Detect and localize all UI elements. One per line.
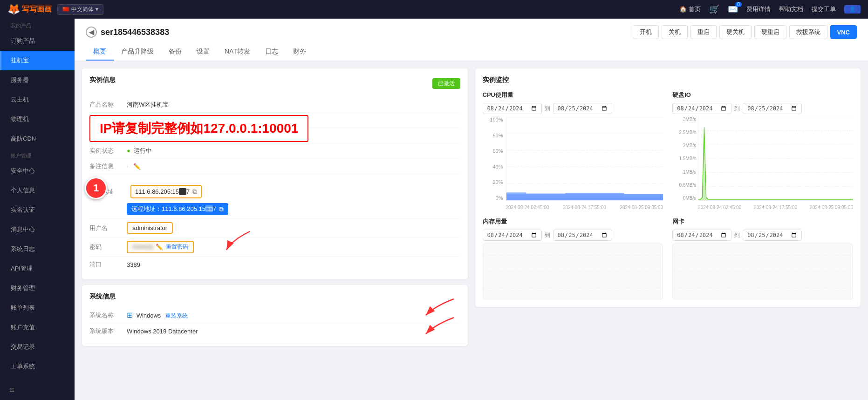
mail-wrap[interactable]: ✉️ 0 (728, 4, 738, 14)
sidebar-item-transactions[interactable]: 交易记录 (0, 337, 75, 357)
page-title-text: ser185446538383 (101, 27, 169, 37)
sidebar-item-hang-machine[interactable]: 挂机宝 (0, 51, 75, 70)
password-box: ••••••••3 ✏️ 重置密码 (127, 241, 194, 253)
ticket-link[interactable]: 提交工单 (812, 5, 836, 14)
reinstall-link[interactable]: 重装系统 (165, 312, 188, 319)
tab-settings[interactable]: 设置 (189, 44, 217, 61)
product-name-label: 产品名称 (89, 101, 127, 109)
product-name-row: 产品名称 河南W区挂机宝 (89, 97, 460, 113)
instance-info-card: 实例信息 已激活 IP请复制完整例如127.0.0.1:10001 产品名称 河… (82, 68, 468, 279)
sidebar-item-real-name[interactable]: 实名认证 (0, 200, 75, 220)
tab-backup[interactable]: 备份 (161, 44, 189, 61)
power-off-button[interactable]: 关机 (662, 25, 688, 39)
cart-wrap[interactable]: 🛒 (709, 4, 719, 14)
sidebar-item-tickets[interactable]: 工单系统 (0, 357, 75, 376)
remote-addr-blue-label: 远程地址：111.6.86.205:15□□7 (131, 205, 216, 213)
sidebar-section-my-products: 我的产品 (0, 19, 75, 31)
tab-nat[interactable]: NAT转发 (217, 44, 258, 61)
disk-date-from[interactable] (672, 103, 731, 114)
edit-icon[interactable]: ✏️ (133, 163, 141, 170)
sidebar-item-cloud-host[interactable]: 云主机 (0, 90, 75, 109)
windows-icon: ⊞ (127, 311, 133, 319)
username-label: 用户名 (89, 224, 127, 232)
reset-password-link[interactable]: 重置密码 (166, 243, 188, 251)
os-name-value: ⊞ Windows 重装系统 (127, 311, 460, 320)
copy-remote-addr-icon[interactable]: ⧉ (192, 188, 197, 196)
instance-info-title: 实例信息 (89, 76, 116, 84)
svg-rect-11 (526, 193, 565, 200)
instance-id-label: 实例ID (89, 116, 127, 124)
chevron-down-icon: ▾ (96, 6, 98, 13)
network-date-from[interactable] (672, 230, 731, 241)
instance-status-row: 实例状态 ● 运行中 (89, 143, 460, 159)
home-link[interactable]: 🏠 首页 (679, 5, 701, 14)
tab-logs[interactable]: 日志 (258, 44, 286, 61)
remote-addr-box: 111.6.86.205:15□□7 ⧉ (130, 185, 202, 198)
memory-date-to[interactable] (553, 230, 612, 241)
number-badge-1: 1 (85, 177, 107, 199)
sidebar-item-logs[interactable]: 系统日志 (0, 239, 75, 259)
restart-button[interactable]: 重启 (690, 25, 717, 39)
os-version-value: Windows 2019 Datacenter (127, 328, 460, 335)
monitoring-title: 实例监控 (483, 76, 854, 84)
edit-password-icon[interactable]: ✏️ (156, 244, 163, 251)
sidebar-item-personal[interactable]: 个人信息 (0, 181, 75, 200)
memory-date-from[interactable] (483, 230, 542, 241)
username-box: administrator (127, 222, 173, 234)
instance-id-link[interactable]: #server-18618 (127, 117, 166, 124)
docs-link[interactable]: 帮助文档 (779, 5, 803, 14)
tab-finance[interactable]: 财务 (286, 44, 314, 61)
cpu-date-from[interactable] (483, 103, 542, 114)
cpu-x-label-0: 2024-08-24 02:45:00 (506, 205, 549, 210)
cpu-date-to[interactable] (553, 103, 612, 114)
sidebar-item-order-products[interactable]: 订购产品 (0, 31, 75, 51)
system-info-card: 系统信息 系统名称 ⊞ Windows 重装系统 系统版本 Windows 20… (82, 285, 468, 346)
tab-overview[interactable]: 概要 (86, 44, 114, 61)
right-column: 实例监控 CPU使用量 到 (475, 68, 861, 346)
memory-chart-block: 内存用量 到 (483, 217, 663, 299)
cpu-x-label-2: 2024-08-25 09:05:00 (620, 205, 663, 210)
billing-link[interactable]: 费用详情 (746, 5, 771, 14)
remote-addr-blue-box[interactable]: 远程地址：111.6.86.205:15□□7 ⧉ (127, 203, 228, 215)
back-button[interactable]: ◀ (86, 27, 97, 38)
cpu-chart-title: CPU使用量 (483, 91, 663, 99)
sidebar-item-recharge[interactable]: 账户充值 (0, 318, 75, 337)
sidebar-item-bills[interactable]: 账单列表 (0, 298, 75, 318)
sidebar-item-servers[interactable]: 服务器 (0, 70, 75, 90)
remote-addr-row: 远程地址 111.6.86.205:15□□7 ⧉ 远程地址：111.6.86.… (89, 182, 460, 219)
disk-x-label-1: 2024-08-24 17:55:00 (754, 205, 797, 210)
hard-off-button[interactable]: 硬关机 (719, 25, 752, 39)
main-layout: 我的产品 订购产品 挂机宝 服务器 云主机 物理机 高防CDN 账户管理 安全中… (0, 19, 868, 400)
action-buttons: 开机 关机 重启 硬关机 硬重启 救援系统 VNC (633, 25, 857, 39)
reinstall-os-button[interactable]: 救援系统 (789, 25, 827, 39)
password-row: 密码 ••••••••3 ✏️ 重置密码 (89, 237, 460, 257)
cpu-chart-plot (506, 117, 663, 201)
flag-icon: 🇨🇳 (62, 6, 69, 13)
copy-blue-icon[interactable]: ⧉ (219, 205, 224, 213)
disk-date-to[interactable] (743, 103, 802, 114)
port-row: 端口 3389 (89, 257, 460, 272)
sidebar-item-cdn[interactable]: 高防CDN (0, 129, 75, 149)
network-chart-title: 网卡 (672, 217, 853, 226)
tab-upgrade[interactable]: 产品升降级 (114, 44, 161, 61)
os-version-label: 系统版本 (89, 327, 127, 335)
sidebar-collapse-button[interactable]: ≡ (0, 380, 75, 400)
cpu-date-to-label: 到 (545, 105, 550, 113)
power-on-button[interactable]: 开机 (633, 25, 659, 39)
network-date-to[interactable] (743, 230, 802, 241)
disk-x-label-2: 2024-08-25 09:05:00 (810, 205, 853, 210)
sidebar-item-physical[interactable]: 物理机 (0, 109, 75, 129)
port-label: 端口 (89, 260, 127, 269)
network-chart-block: 网卡 到 (672, 217, 853, 299)
sidebar-item-security[interactable]: 安全中心 (0, 161, 75, 181)
disk-chart-block: 硬盘IO 到 3MB/s2.5MB/s2MB/s1.5MB/s1MB/s0.5M… (672, 91, 853, 210)
sidebar-item-api[interactable]: API管理 (0, 259, 75, 278)
user-button[interactable]: 👤 (844, 5, 861, 14)
sidebar-item-messages[interactable]: 消息中心 (0, 220, 75, 239)
hard-restart-button[interactable]: 硬重启 (754, 25, 786, 39)
lang-selector[interactable]: 🇨🇳 中文简体 ▾ (57, 4, 103, 15)
sidebar-item-finance[interactable]: 财务管理 (0, 278, 75, 298)
port-value: 3389 (127, 261, 460, 268)
vnc-button[interactable]: VNC (830, 25, 857, 39)
svg-rect-12 (565, 193, 624, 200)
